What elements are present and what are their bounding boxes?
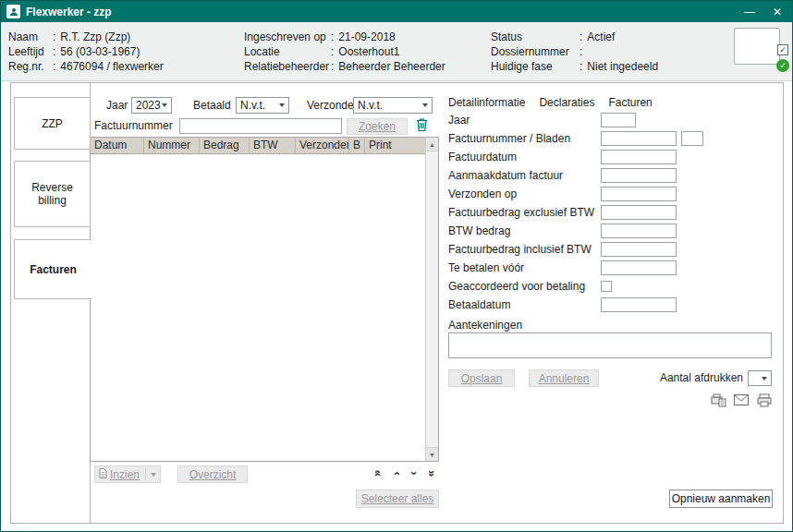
trash-icon [415,117,429,135]
leeftijd-label: Leeftijd [8,44,53,59]
field-row-betaaldatum: Betaaldatum [448,296,774,314]
detail-jaar-label: Jaar [448,114,470,127]
status-value: Actief [587,30,615,44]
scroll-down-icon[interactable]: ▼ [426,447,438,461]
field-row-bedrag-incl: Factuurbedrag inclusief BTW [448,240,774,259]
verzonden-select-value: N.v.t. [358,99,383,112]
detail-aanmaakdatum-input[interactable] [601,168,677,183]
selecteer-alles-label: Selecteer alles [361,492,434,505]
detail-bedrag-excl-input[interactable] [601,205,677,220]
column-header-print[interactable]: Print [365,138,400,153]
detail-btw-bedrag-input[interactable] [601,224,677,238]
detail-btw-bedrag-label: BTW bedrag [448,224,510,237]
verzonden-filter-label: Verzonden [307,97,360,114]
header-row-leeftijd: Leeftijd:56 (03-03-1967) [8,44,164,59]
sidebar-tab-reverse-billing[interactable]: Reverse billing [14,161,91,227]
field-row-aanmaakdatum: Aanmaakdatum factuur [448,166,774,185]
tab-zzp-label: ZZP [42,117,63,130]
detail-jaar-input[interactable] [601,113,636,127]
print-preview-button[interactable] [709,393,727,409]
annuleren-button[interactable]: Annuleren [529,369,599,387]
email-button[interactable] [732,393,750,409]
detail-bedrag-incl-input[interactable] [601,242,677,257]
field-row-geaccordeerd: Geaccordeerd voor betaling [448,277,774,296]
overzicht-label: Overzicht [189,468,237,481]
header-checkbox[interactable]: ✓ [777,44,788,55]
overzicht-button[interactable]: Overzicht [177,466,248,483]
detail-factuurdatum-input[interactable] [601,150,677,164]
column-header-nummer[interactable]: Nummer [144,138,200,153]
aantal-afdrukken-select[interactable] [748,370,772,386]
person-icon [6,5,20,18]
scroll-first-button[interactable]: » [369,465,385,481]
tab-declaraties[interactable]: Declaraties [539,96,594,109]
column-header-verzonden[interactable]: Verzonden [296,138,349,153]
sidebar-tab-zzp[interactable]: ZZP [14,97,91,150]
detail-tabs: Detailinformatie Declaraties Facturen [448,96,653,109]
tab-detailinformatie[interactable]: Detailinformatie [448,96,525,109]
window-title: Flexwerker - zzp [26,6,733,18]
detail-panel: Detailinformatie Declaraties Facturen Ja… [448,83,774,525]
detail-factuurnummer-label: Factuurnummer / Bladen [448,132,570,145]
tab-facturen-detail[interactable]: Facturen [608,96,652,109]
scroll-last-button[interactable]: » [424,465,441,481]
inzien-button[interactable]: Inzien [94,466,161,483]
selecteer-alles-button[interactable]: Selecteer alles [356,490,439,508]
status-ok-icon: ✓ [776,59,789,72]
header-column-2: Ingeschreven op:21-09-2018 Locatie:Ooste… [244,30,445,74]
opslaan-button[interactable]: Opslaan [448,369,515,387]
scroll-next-button[interactable]: › [406,465,422,481]
regnr-value: 4676094 / flexwerker [60,59,163,74]
detail-factuurnummer-input[interactable] [601,131,677,146]
opnieuw-aanmaken-button[interactable]: Opnieuw aanmaken [669,490,773,508]
header-row-relatiebeheerder: Relatiebeheerder:Beheerder Beheerder [244,59,445,74]
scroll-up-icon[interactable]: ▲ [426,138,438,151]
photo-placeholder [734,28,780,65]
scroll-previous-button[interactable]: › [387,465,404,481]
jaar-select-value: 2023 [136,99,161,112]
titlebar: Flexwerker - zzp — ✕ [1,1,792,22]
field-row-jaar: Jaar [448,111,774,129]
column-header-datum[interactable]: Datum [91,138,144,153]
betaald-select[interactable]: N.v.t. [236,97,289,114]
column-header-bedrag[interactable]: Bedrag [200,138,250,153]
tab-reverse-billing-label: Reverse billing [18,181,86,207]
delete-search-button[interactable] [412,117,431,135]
jaar-filter-label: Jaar [106,97,128,114]
detail-te-betalen-input[interactable] [601,260,677,275]
locatie-value: Oosterhout1 [338,44,399,59]
detail-verzonden-op-input[interactable] [601,187,677,201]
detail-bedrag-excl-label: Factuurbedrag exclusief BTW [448,206,594,219]
print-button[interactable] [755,393,774,409]
opslaan-label: Opslaan [461,372,503,385]
field-row-verzonden-op: Verzonden op [448,185,774,203]
table-header-row: Datum Nummer Bedrag BTW Verzonden B Prin… [91,138,425,154]
chevron-down-icon [151,473,156,477]
relatiebeheerder-label: Relatiebeheerder [244,59,331,74]
sidebar-tab-facturen[interactable]: Facturen [14,239,92,299]
locatie-label: Locatie [244,44,331,59]
header-column-3: Status:Actief Dossiernummer: Huidige fas… [491,30,658,74]
close-button[interactable]: ✕ [766,1,788,22]
column-header-btw[interactable]: BTW [250,138,296,153]
regnr-label: Reg.nr. [8,59,53,74]
geaccordeerd-checkbox[interactable] [601,281,612,292]
field-row-factuurnummer-bladen: Factuurnummer / Bladen [448,129,774,148]
printer-icon [756,393,773,410]
chevron-down-icon [162,103,167,107]
table-scrollbar[interactable]: ▲ ▼ [425,138,438,461]
detail-betaaldatum-input[interactable] [601,297,677,312]
huidige-fase-value: Niet ingedeeld [587,59,658,74]
header-row-regnr: Reg.nr.:4676094 / flexwerker [8,59,164,74]
minimize-button[interactable]: — [738,1,761,22]
factuurnummer-input[interactable] [179,118,342,134]
zoeken-button[interactable]: Zoeken [347,118,408,135]
header-row-huidige-fase: Huidige fase:Niet ingedeeld [491,59,658,74]
header-row-dossiernummer: Dossiernummer: [491,44,658,59]
jaar-select[interactable]: 2023 [131,97,172,114]
column-header-b[interactable]: B [349,138,365,153]
detail-geaccordeerd-label: Geaccordeerd voor betaling [448,280,585,293]
detail-bladen-input[interactable] [681,131,703,146]
aantekeningen-textarea[interactable] [448,332,772,358]
verzonden-select[interactable]: N.v.t. [353,97,433,114]
